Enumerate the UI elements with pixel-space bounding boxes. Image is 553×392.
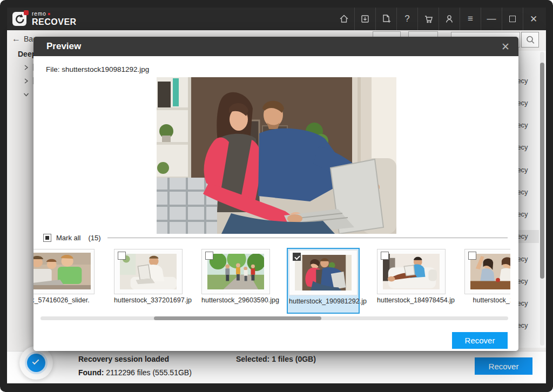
account-icon[interactable]: [439, 8, 460, 30]
thumbnail-filename: hutterstock_29603590.jpg: [201, 296, 270, 304]
remo-logo-icon: [12, 11, 28, 26]
thumbnail-image: [470, 254, 510, 289]
thumbnail-checkbox-checked[interactable]: [293, 253, 301, 261]
recover-button-dialog[interactable]: Recover: [452, 332, 508, 349]
check-circle-icon: [27, 354, 45, 372]
titlebar: remo RECOVER ? ≡ — ✕: [7, 8, 546, 30]
thumbnail-image: [383, 254, 440, 289]
save-session-icon[interactable]: [354, 8, 375, 30]
divider: [107, 238, 508, 238]
thumbnail-checkbox[interactable]: [205, 252, 213, 260]
preview-image: [157, 77, 396, 234]
dialog-title: Preview: [46, 41, 81, 52]
thumbnail-filename: hutterstock_1848: [464, 296, 510, 304]
thumbnail-tile[interactable]: hutterstock_190981292.jp: [289, 250, 358, 305]
thumbnail-tile[interactable]: k_57416026_slider.: [33, 249, 95, 304]
thumbnail-tile[interactable]: hutterstock_337201697.jp: [114, 249, 183, 304]
maximize-icon[interactable]: [502, 8, 523, 30]
brand-dot: [48, 13, 50, 15]
titlebar-actions: ? ≡ — ✕: [333, 8, 544, 30]
thumbnail-checkbox[interactable]: [468, 252, 476, 260]
app-logo: remo RECOVER: [12, 11, 77, 26]
thumbnail-image: [120, 254, 177, 289]
found-label: Found:: [78, 368, 104, 377]
brand-main: RECOVER: [32, 18, 77, 26]
thumbnail-image: [33, 253, 91, 289]
recover-button-main[interactable]: Recover: [475, 357, 532, 375]
minimize-icon[interactable]: —: [481, 8, 502, 30]
mark-all-row: Mark all (15): [43, 233, 508, 242]
dialog-header: Preview ✕: [33, 37, 518, 56]
thumbnail-strip: k_57416026_slider.: [33, 248, 510, 316]
horizontal-scrollbar-thumb[interactable]: [154, 316, 321, 320]
thumbnail-filename: hutterstock_337201697.jp: [114, 296, 183, 304]
search-button[interactable]: [521, 32, 539, 48]
chevron-right-icon: [23, 78, 29, 84]
app-window: remo RECOVER ? ≡ — ✕: [0, 0, 553, 392]
thumbnail-filename: hutterstock_190981292.jp: [289, 298, 358, 305]
thumbnail-tile[interactable]: hutterstock_1848: [464, 249, 510, 304]
thumbnail-filename: hutterstock_184978454.jp: [377, 296, 446, 304]
create-image-icon[interactable]: [375, 8, 396, 30]
cart-icon[interactable]: [417, 8, 439, 30]
back-arrow-icon: ←: [12, 34, 21, 44]
status-bar: Recovery session loaded Found: 2112296 f…: [7, 351, 546, 383]
brand-small: remo: [32, 11, 46, 17]
vertical-scrollbar[interactable]: [540, 52, 544, 346]
thumbnail-checkbox[interactable]: [381, 252, 389, 260]
dialog-close-icon[interactable]: ✕: [501, 40, 510, 53]
thumbnail-tile[interactable]: hutterstock_184978454.jp: [377, 249, 446, 304]
thumbnail-checkbox[interactable]: [118, 252, 126, 260]
close-icon[interactable]: ✕: [523, 8, 544, 30]
thumbnail-image: [207, 254, 264, 289]
thumbnail-tile-selected[interactable]: hutterstock_190981292.jp: [287, 248, 360, 314]
search-icon: [525, 35, 536, 45]
selected-files-text: Selected: 1 files (0GB): [236, 355, 316, 363]
mark-all-label: Mark all: [56, 234, 81, 242]
mark-all-count: (15): [89, 234, 101, 242]
vertical-scrollbar-thumb[interactable]: [540, 63, 544, 279]
previewed-file-name: File: shutterstock190981292.jpg: [46, 65, 149, 73]
horizontal-scrollbar[interactable]: [41, 316, 508, 320]
session-status-badge: [19, 346, 53, 380]
home-icon[interactable]: [333, 8, 354, 30]
mark-all-checkbox[interactable]: [43, 234, 51, 242]
found-files-text: Found: 2112296 files (555.51GB): [78, 368, 192, 377]
preview-dialog: Preview ✕ File: shutterstock190981292.jp…: [33, 37, 518, 351]
found-value: 2112296 files (555.51GB): [106, 368, 192, 377]
menu-icon[interactable]: ≡: [460, 8, 481, 30]
help-icon[interactable]: ?: [396, 8, 417, 30]
thumbnail-tile[interactable]: hutterstock_29603590.jpg: [201, 249, 270, 304]
session-status-text: Recovery session loaded: [78, 355, 169, 363]
chevron-down-icon: [23, 92, 29, 97]
chevron-right-icon: [23, 65, 29, 70]
thumbnail-filename: k_57416026_slider.: [33, 296, 95, 304]
thumbnail-image: [295, 255, 352, 290]
